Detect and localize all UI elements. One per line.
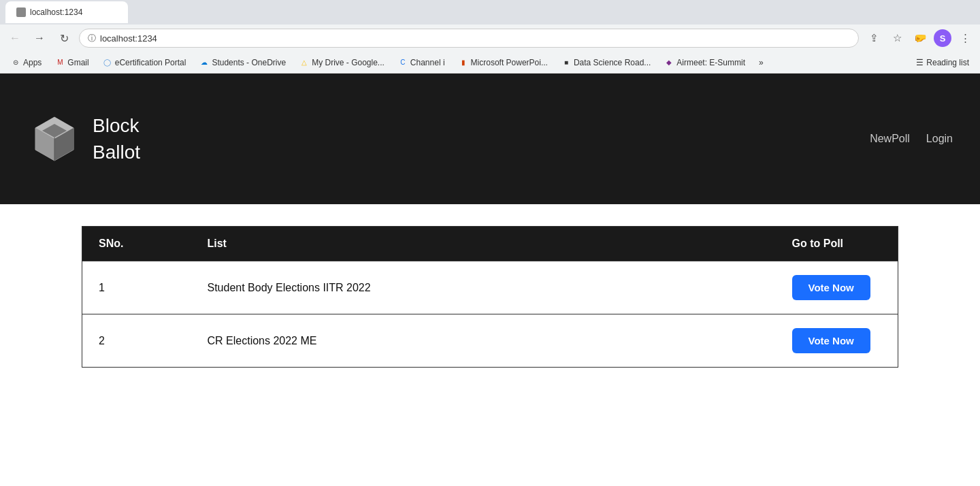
header-row: SNo. List Go to Poll [82, 227, 898, 261]
mydrive-icon: △ [299, 58, 309, 67]
app-header: Block Ballot NewPoll Login [0, 74, 980, 204]
forward-button[interactable]: → [30, 29, 49, 48]
apps-icon: ⊝ [11, 58, 20, 67]
reading-list-icon: ☰ [916, 58, 924, 67]
app-nav: NewPoll Login [870, 133, 953, 145]
row2-sno: 2 [82, 314, 191, 368]
tab-favicon [16, 7, 26, 17]
powerpoint-icon: ▮ [459, 58, 468, 67]
bookmark-datasci[interactable]: ■ Data Science Road... [556, 56, 656, 69]
bookmark-datasci-label: Data Science Road... [574, 58, 651, 67]
ecert-icon: ◯ [103, 58, 112, 67]
bookmark-powerpoint[interactable]: ▮ Microsoft PowerPoi... [453, 56, 553, 69]
share-button[interactable]: ⇪ [864, 29, 883, 48]
bookmark-gmail-label: Gmail [67, 58, 88, 67]
poll-table: SNo. List Go to Poll 1 Student Body Elec… [82, 226, 898, 368]
tab-title: localhost:1234 [30, 7, 82, 17]
bookmark-channel-label: Channel i [410, 58, 445, 67]
bookmark-gmail[interactable]: M Gmail [50, 56, 94, 69]
back-button[interactable]: ← [5, 29, 24, 48]
table-header: SNo. List Go to Poll [82, 227, 898, 261]
bookmark-airmeet-label: Airmeet: E-Summit [676, 58, 745, 67]
bookmark-powerpoint-label: Microsoft PowerPoi... [471, 58, 548, 67]
tab-bar: localhost:1234 [0, 0, 980, 25]
bookmark-airmeet[interactable]: ◆ Airmeet: E-Summit [659, 56, 751, 69]
col-header-poll: Go to Poll [776, 227, 898, 261]
security-icon: ⓘ [88, 33, 96, 44]
bookmark-apps[interactable]: ⊝ Apps [5, 56, 47, 69]
row1-sno: 1 [82, 261, 191, 314]
table-row: 1 Student Body Elections IITR 2022 Vote … [82, 261, 898, 314]
datasci-icon: ■ [561, 58, 571, 67]
bookmark-more[interactable]: » [753, 56, 769, 69]
login-link[interactable]: Login [926, 133, 953, 145]
onedrive-icon: ☁ [199, 58, 209, 67]
reading-list-label: Reading list [926, 58, 969, 67]
menu-button[interactable]: ⋮ [956, 29, 975, 48]
channel-icon: C [398, 58, 408, 67]
browser-toolbar: ← → ↻ ⓘ localhost:1234 ⇪ ☆ 🤛 S ⋮ [0, 25, 980, 52]
row1-list: Student Body Elections IITR 2022 [191, 261, 776, 314]
vote-button-1[interactable]: Vote Now [792, 275, 870, 300]
col-header-list: List [191, 227, 776, 261]
bookmark-apps-label: Apps [23, 58, 42, 67]
app-logo: Block Ballot [27, 112, 140, 166]
bookmark-mydrive[interactable]: △ My Drive - Google... [294, 56, 390, 69]
active-tab[interactable]: localhost:1234 [5, 1, 128, 23]
gmail-icon: M [55, 58, 65, 67]
reload-button[interactable]: ↻ [54, 29, 74, 48]
bookmark-onedrive-label: Students - OneDrive [212, 58, 286, 67]
row2-list: CR Elections 2022 ME [191, 314, 776, 368]
app-title: Block Ballot [93, 112, 140, 165]
address-bar[interactable]: ⓘ localhost:1234 [79, 29, 859, 48]
reading-list-button[interactable]: ☰ Reading list [911, 56, 975, 69]
table-body: 1 Student Body Elections IITR 2022 Vote … [82, 261, 898, 368]
vote-button-2[interactable]: Vote Now [792, 328, 870, 353]
bookmarks-bar: ⊝ Apps M Gmail ◯ eCertification Portal ☁… [0, 52, 980, 74]
bookmark-ecert-label: eCertification Portal [115, 58, 186, 67]
bookmark-onedrive[interactable]: ☁ Students - OneDrive [194, 56, 291, 69]
profile-button[interactable]: S [934, 29, 951, 47]
toolbar-actions: ⇪ ☆ 🤛 S ⋮ [864, 29, 975, 48]
col-header-sno: SNo. [82, 227, 191, 261]
bookmark-channel[interactable]: C Channel i [393, 56, 451, 69]
airmeet-icon: ◆ [664, 58, 674, 67]
url-text: localhost:1234 [100, 33, 157, 44]
new-poll-link[interactable]: NewPoll [870, 133, 910, 145]
bookmark-ecert[interactable]: ◯ eCertification Portal [97, 56, 192, 69]
row1-action: Vote Now [776, 261, 898, 314]
bookmark-mydrive-label: My Drive - Google... [312, 58, 385, 67]
more-bookmarks-label: » [759, 58, 764, 67]
table-row: 2 CR Elections 2022 ME Vote Now [82, 314, 898, 368]
row2-action: Vote Now [776, 314, 898, 368]
bookmark-button[interactable]: ☆ [887, 29, 906, 48]
extensions-button[interactable]: 🤛 [911, 29, 930, 48]
logo-icon [27, 112, 82, 166]
main-content: SNo. List Go to Poll 1 Student Body Elec… [0, 204, 980, 389]
